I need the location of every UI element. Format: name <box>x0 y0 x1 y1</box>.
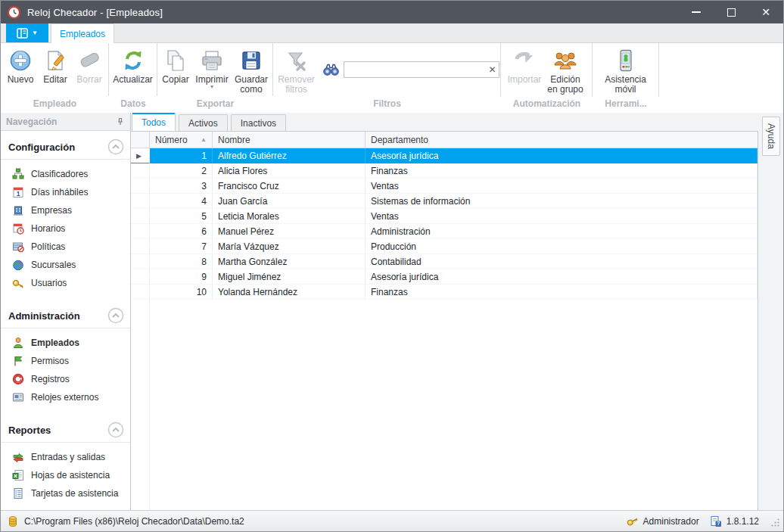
flag-icon <box>12 355 24 367</box>
sidebar-item-empresas[interactable]: Empresas <box>1 201 130 219</box>
sidebar-item-sucursales[interactable]: Sucursales <box>1 256 130 274</box>
maximize-button[interactable] <box>714 1 748 23</box>
companies-icon <box>12 204 24 216</box>
sidebar-item-registros[interactable]: Registros <box>1 370 130 388</box>
save-as-icon <box>239 48 263 73</box>
external-clock-icon <box>12 391 24 403</box>
employee-icon <box>12 337 24 349</box>
cell-departamento: Contabilidad <box>366 254 758 269</box>
cell-nombre: Manuel Pérez <box>213 224 366 239</box>
tab-inactivos[interactable]: Inactivos <box>231 114 286 131</box>
tab-activos[interactable]: Activos <box>179 114 228 131</box>
close-button[interactable]: ✕ <box>748 1 783 23</box>
sort-asc-icon: ▲ <box>201 136 207 143</box>
importar-button: Importar <box>506 47 543 86</box>
table-row[interactable]: 4 Juan García Sistemas de información <box>131 194 758 209</box>
editar-button[interactable]: Editar <box>38 47 73 86</box>
sidebar-item-relojes-externos[interactable]: Relojes externos <box>1 388 130 406</box>
column-title: Nombre <box>218 135 250 145</box>
edicion-en-grupo-button[interactable]: Edición en grupo <box>543 47 587 96</box>
cell-numero: 4 <box>150 194 213 209</box>
borrar-button: Borrar <box>73 47 106 86</box>
tab-todos[interactable]: Todos <box>132 113 176 131</box>
sidebar-item-empleados[interactable]: Empleados <box>1 334 130 352</box>
table-row[interactable]: 2 Alicia Flores Finanzas <box>131 163 758 179</box>
in-out-arrows-icon <box>12 451 24 463</box>
column-title: Número <box>155 135 188 145</box>
close-icon: ✕ <box>761 7 770 17</box>
ribbon-group-herramientas: Asistencia móvil Herrami... <box>593 43 659 113</box>
collapse-arrow-icon[interactable] <box>107 307 124 324</box>
sidebar-item-label: Hojas de asistencia <box>31 470 110 481</box>
cell-numero: 10 <box>150 285 213 300</box>
grid-header-numero[interactable]: Número ▲ <box>150 132 213 148</box>
section-header-administracion[interactable]: Administración <box>1 303 130 328</box>
search-input[interactable] <box>344 61 499 78</box>
sidebar-item-label: Políticas <box>31 241 65 252</box>
collapse-arrow-icon[interactable] <box>107 138 124 155</box>
sidebar-item-politicas[interactable]: Políticas <box>1 238 130 256</box>
guardar-como-button[interactable]: Guardar como <box>231 47 272 96</box>
table-row[interactable]: 3 Francisco Cruz Ventas <box>131 179 758 194</box>
sidebar-item-hojas-asistencia[interactable]: Hojas de asistencia <box>1 466 130 484</box>
grid-header-departamento[interactable]: Departamento <box>366 132 758 148</box>
status-database: C:\Program Files (x86)\Reloj Checador\Da… <box>7 515 244 527</box>
binoculars-icon <box>323 62 339 78</box>
panels-icon <box>17 28 28 39</box>
sidebar-item-horarios[interactable]: Horarios <box>1 219 130 238</box>
sidebar-item-label: Relojes externos <box>31 392 98 403</box>
row-indicator-cell <box>131 239 150 254</box>
navigation-title: Navegación <box>6 117 57 127</box>
asistencia-movil-button[interactable]: Asistencia móvil <box>601 47 651 96</box>
grid-header-nombre[interactable]: Nombre <box>213 132 366 148</box>
cell-nombre: Juan García <box>213 194 366 209</box>
sidebar-item-permisos[interactable]: Permisos <box>1 352 130 370</box>
section-administracion: Administración Empleados <box>1 303 130 406</box>
table-row[interactable]: ▶ 1 Alfredo Gutiérrez Asesoría jurídica <box>131 148 758 163</box>
app-menu-button[interactable]: ▼ <box>6 23 48 42</box>
section-header-configuracion[interactable]: Configuración <box>1 134 130 160</box>
copiar-button[interactable]: Copiar <box>158 47 193 86</box>
cell-nombre: Alicia Flores <box>213 163 366 179</box>
cell-numero: 1 <box>150 148 213 163</box>
sidebar-item-tarjetas-asistencia[interactable]: Tarjetas de asistencia <box>1 484 130 502</box>
table-row[interactable]: 9 Miguel Jiménez Asesoría jurídica <box>131 269 758 285</box>
cell-nombre: Martha González <box>213 254 366 269</box>
imprimir-button[interactable]: Imprimir ▾ <box>193 47 231 91</box>
pin-icon[interactable] <box>116 117 125 126</box>
nuevo-button[interactable]: Nuevo <box>3 47 38 86</box>
sidebar-item-label: Días inhábiles <box>31 187 88 198</box>
table-row[interactable]: 5 Leticia Morales Ventas <box>131 209 758 224</box>
ribbon-group-label: Exportar <box>157 96 273 113</box>
title-bar: Reloj Checador - [Empleados] ✕ <box>1 1 783 23</box>
cell-numero: 6 <box>150 224 213 239</box>
collapse-arrow-icon[interactable] <box>107 422 124 438</box>
sidebar-item-label: Entradas y salidas <box>31 452 105 462</box>
print-icon <box>200 48 224 73</box>
sidebar-item-dias-inhabiles[interactable]: 1 Días inhábiles <box>1 183 130 201</box>
cell-departamento: Sistemas de información <box>366 194 758 209</box>
sidebar-item-entradas-salidas[interactable]: Entradas y salidas <box>1 448 130 466</box>
table-row[interactable]: 10 Yolanda Hernández Finanzas <box>131 285 758 300</box>
table-row[interactable]: 8 Martha González Contabilidad <box>131 254 758 269</box>
tab-empleados[interactable]: Empleados <box>51 23 114 43</box>
sidebar-item-label: Horarios <box>31 223 65 234</box>
section-reportes: Reportes Entradas y salidas <box>1 417 130 502</box>
table-row[interactable]: 7 María Vázquez Producción <box>131 239 758 254</box>
tab-ayuda[interactable]: Ayuda <box>762 117 780 156</box>
clear-search-icon[interactable]: ✕ <box>488 64 496 76</box>
table-row[interactable]: 6 Manuel Pérez Administración <box>131 224 758 239</box>
resize-grip[interactable] <box>770 517 780 527</box>
row-indicator-cell <box>131 285 150 300</box>
policies-icon <box>12 241 24 253</box>
sidebar-item-label: Usuarios <box>31 278 67 288</box>
minimize-button[interactable] <box>679 1 714 23</box>
section-title: Reportes <box>8 425 51 436</box>
sidebar-item-label: Permisos <box>31 356 69 366</box>
sidebar-item-label: Registros <box>31 374 70 384</box>
cell-nombre: Francisco Cruz <box>213 179 366 194</box>
section-header-reportes[interactable]: Reportes <box>1 417 130 443</box>
sidebar-item-usuarios[interactable]: Usuarios <box>1 274 130 292</box>
sidebar-item-clasificadores[interactable]: Clasificadores <box>1 165 130 183</box>
actualizar-button[interactable]: Actualizar <box>110 47 157 86</box>
